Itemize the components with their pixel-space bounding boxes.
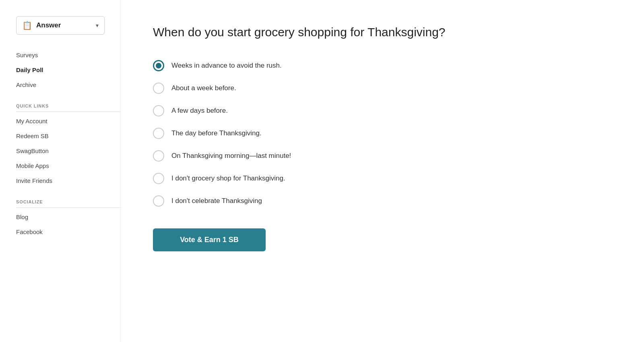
brand-icon: 📋 — [22, 21, 32, 30]
sidebar-item-my-account[interactable]: My Account — [16, 114, 120, 129]
nav-section-main: Surveys Daily Poll Archive — [16, 48, 120, 92]
nav-section-quick-links: QUICK LINKS My Account Redeem SB SwagBut… — [16, 104, 120, 188]
radio-button-4[interactable] — [153, 128, 164, 139]
poll-option-4[interactable]: The day before Thanksgiving. — [153, 122, 612, 145]
sidebar-item-archive[interactable]: Archive — [16, 77, 120, 92]
sidebar-item-daily-poll[interactable]: Daily Poll — [16, 62, 120, 77]
radio-button-7[interactable] — [153, 195, 164, 207]
poll-option-3[interactable]: A few days before. — [153, 99, 612, 122]
chevron-down-icon: ▾ — [96, 22, 99, 29]
option-label-6: I don't grocery shop for Thanksgiving. — [171, 174, 285, 182]
option-label-3: A few days before. — [171, 107, 228, 115]
main-content: When do you start grocery shopping for T… — [121, 0, 644, 342]
radio-button-1[interactable] — [153, 60, 164, 71]
option-label-7: I don't celebrate Thanksgiving — [171, 197, 262, 205]
poll-options: Weeks in advance to avoid the rush. Abou… — [153, 54, 612, 212]
sidebar: 📋 Answer ▾ Surveys Daily Poll Archive QU… — [0, 0, 121, 342]
option-label-4: The day before Thanksgiving. — [171, 129, 262, 137]
socialize-header: SOCIALIZE — [16, 199, 120, 208]
option-label-5: On Thanksgiving morning—last minute! — [171, 152, 291, 160]
option-label-2: About a week before. — [171, 84, 236, 92]
poll-option-7[interactable]: I don't celebrate Thanksgiving — [153, 190, 612, 212]
sidebar-item-redeem-sb[interactable]: Redeem SB — [16, 129, 120, 143]
radio-button-2[interactable] — [153, 83, 164, 94]
brand-label: Answer — [36, 21, 92, 29]
radio-button-5[interactable] — [153, 150, 164, 162]
sidebar-item-surveys[interactable]: Surveys — [16, 48, 120, 62]
radio-button-3[interactable] — [153, 105, 164, 116]
sidebar-item-facebook[interactable]: Facebook — [16, 224, 120, 239]
sidebar-item-blog[interactable]: Blog — [16, 209, 120, 224]
poll-option-6[interactable]: I don't grocery shop for Thanksgiving. — [153, 167, 612, 190]
nav-section-socialize: SOCIALIZE Blog Facebook — [16, 199, 120, 239]
radio-button-6[interactable] — [153, 173, 164, 184]
vote-button[interactable]: Vote & Earn 1 SB — [153, 228, 266, 251]
quick-links-header: QUICK LINKS — [16, 104, 120, 112]
option-label-1: Weeks in advance to avoid the rush. — [171, 62, 282, 70]
brand-dropdown[interactable]: 📋 Answer ▾ — [16, 16, 105, 35]
poll-option-2[interactable]: About a week before. — [153, 77, 612, 99]
radio-inner-1 — [156, 63, 161, 68]
poll-question: When do you start grocery shopping for T… — [153, 24, 515, 40]
sidebar-item-invite-friends[interactable]: Invite Friends — [16, 173, 120, 188]
sidebar-item-swagbutton[interactable]: SwagButton — [16, 143, 120, 158]
poll-option-1[interactable]: Weeks in advance to avoid the rush. — [153, 54, 612, 77]
poll-option-5[interactable]: On Thanksgiving morning—last minute! — [153, 145, 612, 167]
sidebar-item-mobile-apps[interactable]: Mobile Apps — [16, 158, 120, 173]
